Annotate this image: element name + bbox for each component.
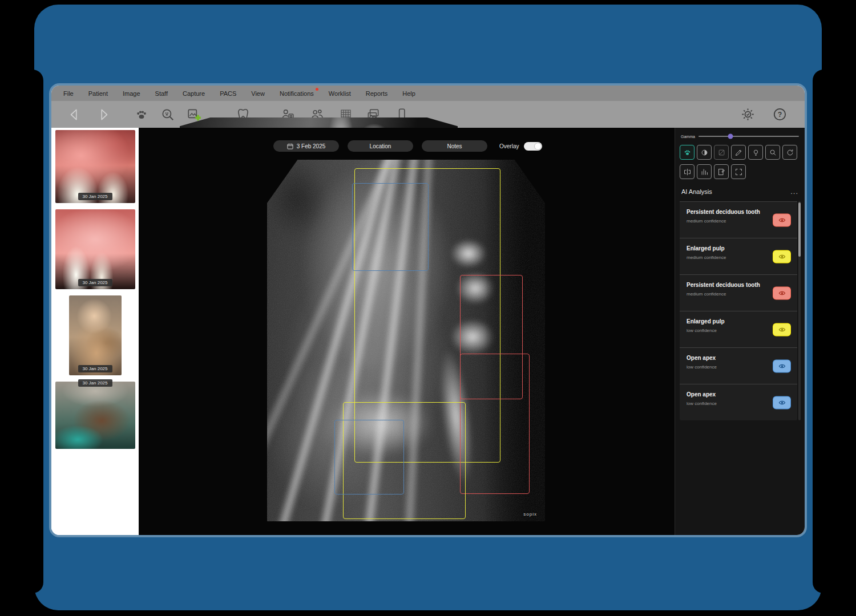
finding-visibility-badge[interactable] [773, 360, 790, 372]
gamma-slider-knob[interactable] [728, 134, 733, 139]
finding-row[interactable]: Persistent deciduous tooth medium confid… [680, 274, 797, 311]
sensor-watermark: sopix [523, 512, 537, 517]
eye-icon [778, 326, 786, 333]
finding-visibility-badge[interactable] [773, 396, 790, 408]
thumbnail[interactable]: 30 Jan 2025 [55, 130, 135, 203]
findings-scrollbar[interactable] [798, 201, 801, 420]
findings-scrollbar-thumb[interactable] [798, 202, 801, 257]
eye-icon [778, 216, 786, 224]
date-label: 3 Feb 2025 [297, 143, 326, 149]
menu-item[interactable]: PACS [212, 86, 244, 101]
ai-overlay-box[interactable] [352, 183, 429, 270]
overlay-toggle-group: Overlay [499, 142, 542, 151]
menu-item[interactable]: File [56, 86, 81, 101]
ai-panel: Gamma [675, 128, 805, 535]
histogram-tool-button[interactable] [697, 164, 712, 179]
forward-icon [96, 107, 111, 122]
date-button[interactable]: 3 Feb 2025 [273, 140, 339, 152]
notification-dot [316, 88, 318, 91]
ai-overlay-box[interactable] [460, 354, 530, 495]
calendar-icon [287, 143, 293, 149]
ai-analysis-menu-button[interactable]: ... [790, 187, 798, 196]
finding-row[interactable]: Persistent deciduous tooth medium confid… [680, 201, 797, 238]
thumbnail-date-badge: 30 Jan 2025 [78, 365, 112, 372]
menu-item-label: PACS [220, 90, 236, 97]
ai-paw-icon [683, 148, 692, 157]
finding-visibility-badge[interactable] [773, 323, 790, 335]
finding-row[interactable]: Enlarged pulp medium confidence [680, 238, 797, 274]
finding-row[interactable]: Enlarged pulp low confidence [680, 311, 797, 347]
svg-text:?: ? [777, 111, 782, 119]
eye-icon [778, 289, 786, 297]
annotate-tool-button[interactable] [731, 145, 746, 160]
fullscreen-tool-button[interactable] [731, 164, 746, 179]
filter-tool-button[interactable] [714, 145, 729, 160]
rotate-tool-button[interactable] [782, 145, 797, 160]
notes-button[interactable]: Notes [422, 140, 487, 152]
settings-button[interactable] [738, 106, 757, 124]
menu-item[interactable]: Capture [175, 86, 212, 101]
xray-image[interactable]: sopix [267, 160, 545, 521]
image-viewer: 3 Feb 2025 Location Notes Overlay [139, 128, 675, 535]
menu-item[interactable]: Help [395, 86, 423, 101]
search-patient-button[interactable] [159, 106, 177, 124]
menu-item[interactable]: Patient [81, 86, 115, 101]
patient-paw-button[interactable] [132, 106, 151, 124]
findings-list: Persistent deciduous tooth medium confid… [680, 201, 797, 420]
menu-item-label: Image [123, 90, 140, 97]
overlay-toggle[interactable] [524, 142, 542, 151]
zoom-tool-button[interactable] [765, 145, 780, 160]
menu-item-label: Reports [366, 90, 388, 97]
fullscreen-icon [734, 168, 743, 176]
device-bezel-left [22, 70, 43, 593]
main-content: 30 Jan 2025 30 Jan 2025 30 Jan 2025 30 J… [51, 128, 805, 535]
menu-item[interactable]: View [244, 86, 272, 101]
ai-analysis-title: AI Analysis [681, 188, 712, 195]
help-button[interactable]: ? [770, 106, 789, 124]
contrast-icon [700, 148, 709, 157]
finding-row[interactable]: Open apex low confidence [680, 384, 797, 420]
notes-label: Notes [447, 143, 462, 149]
help-icon: ? [772, 107, 788, 122]
menu-item[interactable]: Reports [358, 86, 395, 101]
viewer-tools-row-2 [680, 164, 800, 179]
thumbnail[interactable]: 30 Jan 2025 [55, 382, 135, 449]
detect-tool-button[interactable] [748, 145, 763, 160]
edit-report-tool-button[interactable] [714, 164, 729, 179]
finding-visibility-badge[interactable] [773, 214, 790, 226]
location-button[interactable]: Location [348, 140, 413, 152]
finding-visibility-badge[interactable] [773, 287, 790, 299]
forward-button[interactable] [95, 106, 113, 124]
menu-item-label: Capture [183, 90, 205, 97]
ai-overlay-box[interactable] [334, 420, 404, 495]
eye-icon [778, 253, 786, 260]
menu-item-label: Help [402, 90, 415, 97]
eye-icon [778, 362, 786, 370]
ai-paw-tool-button[interactable] [680, 145, 695, 160]
compare-icon [683, 168, 692, 176]
back-button[interactable] [65, 106, 83, 124]
menu-item[interactable]: Worklist [321, 86, 358, 101]
compare-tool-button[interactable] [680, 164, 695, 179]
menu-bar: File Patient Image Staff Capture PACS [51, 86, 805, 101]
magnifier-icon [769, 148, 777, 157]
device-bezel-right [813, 70, 834, 593]
menu-item[interactable]: Staff [148, 86, 175, 101]
finding-row[interactable]: Open apex low confidence [680, 347, 797, 384]
pencil-icon [734, 148, 743, 157]
filter-off-icon [717, 148, 726, 157]
finding-visibility-badge[interactable] [773, 250, 790, 262]
menu-item-label: View [251, 90, 265, 97]
menu-item[interactable]: Image [115, 86, 148, 101]
contrast-tool-button[interactable] [697, 145, 712, 160]
overlay-label: Overlay [499, 143, 519, 149]
settings-gear-icon [740, 107, 756, 122]
rotate-icon [786, 148, 794, 157]
menu-item[interactable]: Notifications [272, 86, 321, 101]
menu-item-label: File [63, 90, 74, 97]
thumbnail[interactable]: 30 Jan 2025 [55, 209, 135, 289]
gamma-slider[interactable] [698, 136, 799, 137]
toggle-knob [534, 143, 542, 150]
menu-item-label: Patient [88, 90, 108, 97]
thumbnail[interactable]: 30 Jan 2025 [69, 295, 122, 375]
